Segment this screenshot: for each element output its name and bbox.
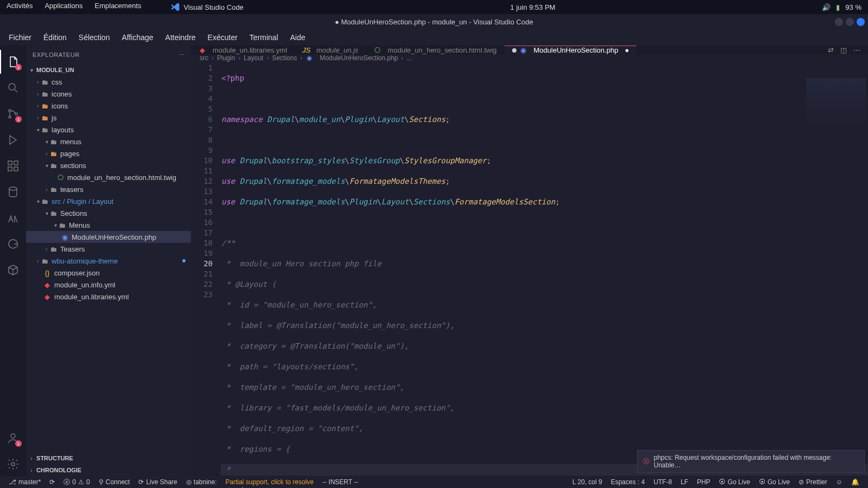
volume-icon[interactable]: 🔊 [822,3,831,11]
topbar-activities[interactable]: Activités [7,2,33,12]
folder-css[interactable]: ›🖿css [26,76,191,88]
topbar-applications[interactable]: Applications [44,2,82,12]
svg-rect-6 [8,167,12,171]
plug-icon: ⚲ [99,478,104,486]
explorer-title: EXPLORATEUR [33,52,80,58]
account-badge: 1 [15,440,22,447]
topbar-current-app[interactable]: Visual Studio Code [170,2,244,12]
file-hero-php[interactable]: ◉ModuleUnHeroSection.php [26,231,191,243]
tab-more-icon[interactable]: ⋯ [853,46,860,54]
code-content[interactable]: <?php namespace Drupal\module_un\Plugin\… [221,62,868,488]
svg-rect-4 [8,161,12,165]
menu-run[interactable]: Exécuter [202,31,243,44]
status-problems[interactable]: ⓧ0 ⚠0 [59,478,94,487]
folder-menus-cap[interactable]: ▾🖿Menus [26,219,191,231]
svg-point-8 [9,187,17,190]
activity-explorer[interactable]: 1 [0,50,26,74]
window-minimize-button[interactable] [835,18,843,26]
folder-icones[interactable]: ›🖿icones [26,88,191,100]
folder-sections[interactable]: ▾🖿sections [26,159,191,171]
scm-badge: 1 [15,116,22,123]
svg-point-10 [11,463,15,466]
status-sync[interactable]: ⟳ [45,478,59,486]
explorer-sidebar: EXPLORATEUR ⋯ ▾ MODULE_UN ›🖿css ›🖿icones… [26,46,191,476]
activity-bar: 1 1 1 [0,46,26,476]
folder-icons[interactable]: ›🖿icons [26,100,191,112]
window-title: ● ModuleUnHeroSection.php - module_un - … [335,18,533,26]
activity-settings[interactable] [0,452,26,476]
status-liveshare[interactable]: ⟳Live Share [134,478,181,486]
menu-edit[interactable]: Édition [38,31,72,44]
activity-ai[interactable] [0,206,26,230]
folder-sections-cap[interactable]: ▾🖿Sections [26,207,191,219]
explorer-badge: 1 [15,64,22,70]
activity-db[interactable] [0,180,26,204]
svg-rect-5 [14,161,18,165]
svg-point-1 [9,110,11,112]
window-close-button[interactable] [857,18,865,26]
activity-sync[interactable] [0,232,26,256]
error-icon: ⓧ [643,457,649,466]
activity-run-debug[interactable] [0,128,26,152]
liveshare-icon: ⟳ [138,478,144,486]
menu-selection[interactable]: Sélection [73,31,116,44]
code-editor[interactable]: 1234567891011121314151617181920212223 <?… [191,62,868,488]
gnome-topbar: Activités Applications Emplacements Visu… [0,0,868,14]
status-branch[interactable]: ⎇master* [4,478,45,486]
git-branch-icon: ⎇ [9,478,16,486]
folder-teasers-cap[interactable]: ›🖿Teasers [26,243,191,255]
activity-extensions[interactable] [0,154,26,178]
status-connect[interactable]: ⚲Connect [94,478,135,486]
folder-js[interactable]: ›🖿js [26,112,191,124]
structure-header[interactable]: › STRUCTURE [26,452,191,464]
line-gutter: 1234567891011121314151617181920212223 [191,62,221,488]
minimap[interactable] [806,78,866,127]
topbar-datetime[interactable]: 1 juin 9:53 PM [244,3,822,11]
folder-srcpath[interactable]: ▾🖿src / Plugin / Layout [26,195,191,207]
explorer-more-icon[interactable]: ⋯ [178,52,185,59]
window-titlebar: ● ModuleUnHeroSection.php - module_un - … [0,14,868,29]
activity-source-control[interactable]: 1 [0,102,26,126]
battery-icon[interactable]: ▮ [836,3,840,11]
folder-menus[interactable]: ▾🖿menus [26,136,191,147]
editor-area: ◆module_un.libraries.yml JSmodule_un.js … [191,46,868,476]
menu-file[interactable]: Fichier [3,31,37,44]
activity-search[interactable] [0,76,26,100]
file-composer[interactable]: {}composer.json [26,267,191,279]
svg-point-0 [9,84,15,90]
folder-layouts[interactable]: ▾🖿layouts [26,124,191,136]
tab-libraries-yml[interactable]: ◆module_un.libraries.yml [191,46,295,54]
warn-count-icon: ⚠ [78,478,84,486]
file-libyml[interactable]: ◆module_un.libraries.yml [26,291,191,303]
topbar-places[interactable]: Emplacements [95,2,142,12]
menu-bar: Fichier Édition Sélection Affichage Atte… [0,29,868,46]
activity-account[interactable]: 1 [0,426,26,450]
battery-percent: 93 % [845,3,861,11]
folder-teasers[interactable]: ›🖿teasers [26,183,191,195]
tab-hero-php[interactable]: ◉ModuleUnHeroSection.php● [505,46,637,54]
file-infoyml[interactable]: ◆module_un.info.yml [26,279,191,291]
menu-help[interactable]: Aide [285,31,311,44]
folder-wbu[interactable]: ›🖿wbu-atomique-theme [26,255,191,267]
breadcrumb[interactable]: src› Plugin› Layout› Sections› ◉ModuleUn… [191,54,868,62]
window-maximize-button[interactable] [846,18,854,26]
file-hero-twig[interactable]: ⎔module_un_hero_section.html.twig [26,171,191,183]
tab-bar: ◆module_un.libraries.yml JSmodule_un.js … [191,46,868,54]
notification-text: phpcs: Request workspace/configuration f… [654,454,859,469]
split-editor-icon[interactable]: ◫ [840,46,847,54]
vscode-icon [170,2,181,12]
menu-view[interactable]: Affichage [116,31,158,44]
tab-hero-twig[interactable]: ⎔module_un_hero_section.html.twig [366,46,505,54]
project-header[interactable]: ▾ MODULE_UN [26,64,191,76]
svg-rect-7 [14,167,18,171]
tab-module-js[interactable]: JSmodule_un.js [295,46,366,54]
unsaved-dot-icon [512,48,516,53]
menu-go[interactable]: Atteindre [160,31,201,44]
activity-cube[interactable] [0,258,26,282]
notification-toast[interactable]: ⓧ phpcs: Request workspace/configuration… [637,450,865,473]
chronologie-header[interactable]: › CHRONOLOGIE [26,464,191,476]
menu-terminal[interactable]: Terminal [244,31,284,44]
folder-pages[interactable]: ›🖿pages [26,147,191,159]
compare-changes-icon[interactable]: ⇄ [828,46,834,54]
svg-point-9 [11,434,15,438]
